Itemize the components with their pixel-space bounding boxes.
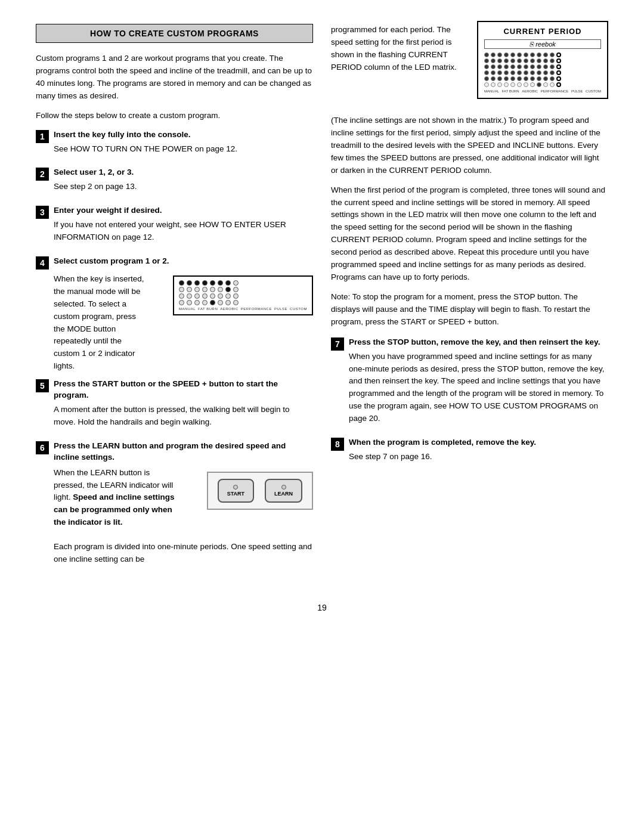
led-dot: [194, 300, 200, 305]
m-dot-highlight: [556, 64, 561, 69]
step-1: 1 Insert the key fully into the console.…: [36, 129, 313, 162]
current-period-container: CURRENT PERIOD ⎘ reebok: [477, 21, 608, 107]
current-period-box: CURRENT PERIOD ⎘ reebok: [477, 21, 608, 99]
step-number-6: 6: [36, 441, 49, 454]
m-dot-highlight: [556, 58, 561, 63]
m-dot: [524, 52, 528, 57]
led-dot: [225, 280, 231, 286]
step-4-sub: When the key is inserted, the manual mod…: [54, 273, 149, 373]
m-dot: [517, 82, 522, 87]
m-dot: [550, 64, 555, 69]
m-dot-highlight: [556, 82, 561, 87]
m-dot: [550, 82, 555, 87]
step-2: 2 Select user 1, 2, or 3. See step 2 on …: [36, 167, 313, 199]
matrix-row-4: [484, 70, 601, 75]
m-dot: [537, 82, 541, 87]
matrix-label-pulse: PULSE: [571, 89, 583, 93]
matrix-row-3: [484, 64, 601, 69]
right-intro-text: programmed for each period. The speed se…: [331, 24, 469, 107]
m-dot-highlight: [556, 70, 561, 75]
m-dot: [510, 64, 515, 69]
matrix-row-2: [484, 58, 601, 63]
reebok-text: ⎘ reebok: [530, 41, 556, 48]
m-dot: [550, 76, 555, 81]
m-dot: [537, 76, 541, 81]
m-dot: [491, 76, 496, 81]
led-dot: [210, 300, 215, 305]
step-1-sub: See HOW TO TURN ON THE POWER on page 12.: [54, 143, 313, 156]
step-6-title: Press the LEARN button and program the d…: [54, 441, 313, 463]
left-column: HOW TO CREATE CUSTOM PROGRAMS Custom pro…: [36, 24, 313, 579]
step-6-content: Press the LEARN button and program the d…: [54, 441, 313, 573]
led-dot: [202, 280, 208, 286]
m-dot: [510, 70, 515, 75]
m-dot: [491, 58, 496, 63]
step-6-text-block: When the LEARN button is pressed, the LE…: [54, 467, 183, 537]
current-period-title: CURRENT PERIOD: [484, 27, 601, 36]
step-number-4: 4: [36, 256, 49, 270]
step-5-content: Press the START button or the SPEED + bu…: [54, 379, 313, 435]
learn-button: LEARN: [265, 479, 302, 503]
step-4: 4 Select custom program 1 or 2. When the…: [36, 256, 313, 373]
step-8-content: When the program is completed, remove th…: [349, 437, 608, 469]
matrix-grid: [484, 52, 601, 87]
led-dot: [210, 293, 215, 299]
right-incline-note: (The incline settings are not shown in t…: [331, 114, 608, 177]
m-dot: [537, 70, 541, 75]
m-dot: [497, 64, 502, 69]
step-6-sub-1: When the LEARN button is pressed, the LE…: [54, 467, 183, 529]
step-5: 5 Press the START button or the SPEED + …: [36, 379, 313, 435]
m-dot: [497, 52, 502, 57]
start-label: START: [227, 491, 244, 497]
step-2-sub: See step 2 on page 13.: [54, 181, 313, 193]
m-dot: [543, 76, 548, 81]
m-dot: [484, 70, 489, 75]
led-dot: [233, 300, 239, 305]
m-dot: [524, 64, 528, 69]
step-2-title: Select user 1, 2, or 3.: [54, 167, 313, 178]
section-header: HOW TO CREATE CUSTOM PROGRAMS: [36, 24, 313, 43]
led-dot: [210, 280, 215, 286]
led-label-fat: FAT BURN: [198, 307, 218, 311]
start-indicator: [233, 485, 238, 490]
m-dot-highlight: [556, 76, 561, 81]
m-dot: [491, 70, 496, 75]
m-dot: [530, 76, 535, 81]
m-dot: [484, 64, 489, 69]
learn-panel: START LEARN: [207, 472, 313, 510]
m-dot: [504, 58, 509, 63]
page-layout: HOW TO CREATE CUSTOM PROGRAMS Custom pro…: [36, 24, 608, 579]
led-dot: [179, 293, 184, 299]
learn-label: LEARN: [274, 491, 293, 497]
led-dot: [194, 280, 200, 286]
led-dot: [218, 280, 223, 286]
m-dot: [524, 58, 528, 63]
step-1-title: Insert the key fully into the console.: [54, 129, 313, 141]
m-dot: [550, 52, 555, 57]
matrix-row-5: [484, 76, 601, 81]
step-3-content: Enter your weight if desired. If you hav…: [54, 205, 313, 250]
step-7-sub: When you have programmed speed and incli…: [349, 351, 608, 426]
right-top-area: programmed for each period. The speed se…: [331, 24, 608, 107]
m-dot: [484, 58, 489, 63]
led-dot: [202, 293, 208, 299]
m-dot: [530, 52, 535, 57]
led-dot: [187, 300, 192, 305]
intro-para-2: Follow the steps below to create a custo…: [36, 110, 313, 122]
step-3-sub: If you have not entered your weight, see…: [54, 219, 313, 244]
matrix-row-6: [484, 82, 601, 87]
led-dot: [194, 287, 200, 292]
step-4-content: Select custom program 1 or 2. When the k…: [54, 256, 313, 373]
led-dot: [187, 287, 192, 292]
m-dot: [510, 58, 515, 63]
m-dot: [517, 52, 522, 57]
m-dot: [504, 52, 509, 57]
led-label-aerobic: AEROBIC: [220, 307, 239, 311]
led-dot: [179, 287, 184, 292]
m-dot: [491, 64, 496, 69]
m-dot: [497, 76, 502, 81]
led-dot: [187, 293, 192, 299]
led-dot: [202, 300, 208, 305]
step-8: 8 When the program is completed, remove …: [331, 437, 608, 469]
right-para2: When the first period of the program is …: [331, 184, 608, 284]
